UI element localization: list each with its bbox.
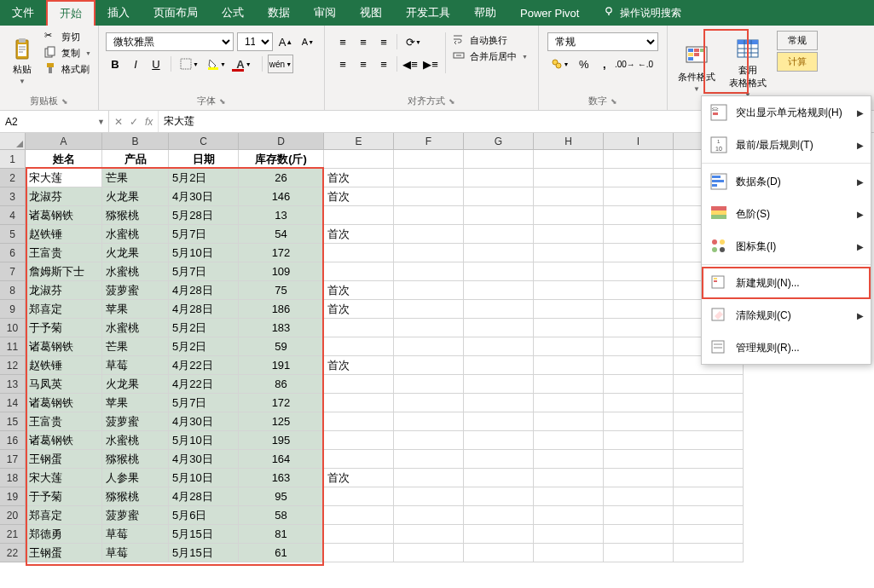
cell[interactable]: 草莓	[102, 544, 169, 562]
cell[interactable]: 于予菊	[26, 319, 102, 337]
cell[interactable]	[464, 225, 534, 244]
align-right-button[interactable]: ≡	[374, 55, 393, 73]
bold-button[interactable]: B	[106, 55, 124, 73]
cell[interactable]: 火龙果	[102, 187, 169, 206]
cut-button[interactable]: ✂剪切	[43, 29, 93, 44]
cell[interactable]	[394, 487, 464, 506]
col-header-F[interactable]: F	[394, 133, 464, 150]
cell[interactable]: 5月10日	[169, 469, 239, 487]
col-header-H[interactable]: H	[534, 133, 604, 150]
cell[interactable]	[604, 337, 674, 356]
cell[interactable]: 苹果	[102, 394, 169, 412]
cell[interactable]: 164	[239, 450, 324, 469]
format-painter-button[interactable]: 格式刷	[43, 61, 93, 77]
cell[interactable]: 菠萝蜜	[102, 506, 169, 525]
cell[interactable]: 163	[239, 469, 324, 487]
cell[interactable]	[604, 469, 674, 487]
cell[interactable]	[464, 262, 534, 281]
cell[interactable]	[604, 319, 674, 337]
menu-insert[interactable]: 插入	[96, 0, 142, 26]
cell[interactable]: 水蜜桃	[102, 319, 169, 337]
style-normal[interactable]: 常规	[777, 31, 818, 50]
col-header-C[interactable]: C	[169, 133, 239, 150]
cell[interactable]	[324, 525, 394, 544]
row-header[interactable]: 14	[0, 394, 26, 412]
cell[interactable]	[604, 206, 674, 225]
row-header[interactable]: 21	[0, 525, 26, 544]
cell[interactable]: 首次	[324, 356, 394, 375]
cell[interactable]: 172	[239, 394, 324, 412]
cell[interactable]	[324, 506, 394, 525]
cell[interactable]: 4月28日	[169, 487, 239, 506]
row-header[interactable]: 16	[0, 431, 26, 450]
cell[interactable]	[464, 450, 534, 469]
currency-button[interactable]: ▼	[547, 55, 573, 73]
copy-button[interactable]: 复制▼	[43, 45, 93, 61]
cell[interactable]	[394, 262, 464, 281]
row-header[interactable]: 20	[0, 506, 26, 525]
cell[interactable]	[534, 431, 604, 450]
increase-font-button[interactable]: A▲	[276, 32, 295, 51]
cell[interactable]	[394, 394, 464, 412]
row-header[interactable]: 18	[0, 469, 26, 487]
cell[interactable]	[674, 487, 744, 506]
cell[interactable]	[464, 375, 534, 394]
cell[interactable]	[674, 394, 744, 412]
cell[interactable]: 水蜜桃	[102, 225, 169, 244]
cell[interactable]: 5月2日	[169, 319, 239, 337]
cell[interactable]	[394, 300, 464, 319]
cell[interactable]	[394, 431, 464, 450]
tell-me-search[interactable]: 操作说明搜索	[591, 0, 693, 26]
cell[interactable]	[324, 431, 394, 450]
cell[interactable]: 草莓	[102, 356, 169, 375]
cell[interactable]: 183	[239, 319, 324, 337]
cell[interactable]: 王钢蛋	[26, 544, 102, 562]
cell[interactable]	[464, 319, 534, 337]
cell[interactable]	[464, 337, 534, 356]
enter-formula-icon[interactable]: ✓	[130, 116, 138, 128]
cell[interactable]: 146	[239, 187, 324, 206]
cell[interactable]	[464, 544, 534, 562]
cell[interactable]: 火龙果	[102, 244, 169, 262]
cell[interactable]: 王钢蛋	[26, 450, 102, 469]
orientation-button[interactable]: ⟳▼	[401, 32, 426, 51]
row-header[interactable]: 11	[0, 337, 26, 356]
cell[interactable]: 首次	[324, 281, 394, 300]
cell[interactable]: 草莓	[102, 525, 169, 544]
cell[interactable]: 菠萝蜜	[102, 281, 169, 300]
style-calc[interactable]: 计算	[777, 52, 818, 72]
cell[interactable]	[394, 206, 464, 225]
cell[interactable]	[604, 375, 674, 394]
col-header-E[interactable]: E	[324, 133, 394, 150]
insert-function-icon[interactable]: fx	[145, 116, 153, 128]
cell[interactable]: 172	[239, 244, 324, 262]
col-header-G[interactable]: G	[464, 133, 534, 150]
cell[interactable]	[394, 319, 464, 337]
menu-data[interactable]: 数据	[256, 0, 302, 26]
cell[interactable]	[324, 394, 394, 412]
cell[interactable]	[604, 506, 674, 525]
cell[interactable]: 195	[239, 431, 324, 450]
cell[interactable]: 龙淑芬	[26, 187, 102, 206]
cell[interactable]	[674, 431, 744, 450]
select-all-corner[interactable]	[0, 133, 26, 150]
name-box-dropdown-icon[interactable]: ▼	[97, 118, 105, 126]
menu-dev[interactable]: 开发工具	[394, 0, 462, 26]
cell[interactable]	[534, 412, 604, 431]
cell[interactable]: 诸葛钢铁	[26, 337, 102, 356]
cell[interactable]: 13	[239, 206, 324, 225]
cell[interactable]: 5月15日	[169, 525, 239, 544]
col-header-A[interactable]: A	[26, 133, 102, 150]
cell[interactable]: 郑德勇	[26, 525, 102, 544]
cell[interactable]	[534, 150, 604, 169]
cell[interactable]: 郑喜定	[26, 506, 102, 525]
cell[interactable]	[534, 525, 604, 544]
cell[interactable]	[534, 225, 604, 244]
row-header[interactable]: 17	[0, 450, 26, 469]
cell[interactable]: 赵铁锤	[26, 225, 102, 244]
cell[interactable]: 水蜜桃	[102, 262, 169, 281]
cell[interactable]	[604, 150, 674, 169]
row-header[interactable]: 2	[0, 169, 26, 187]
cell[interactable]	[394, 544, 464, 562]
cell[interactable]: 4月28日	[169, 281, 239, 300]
